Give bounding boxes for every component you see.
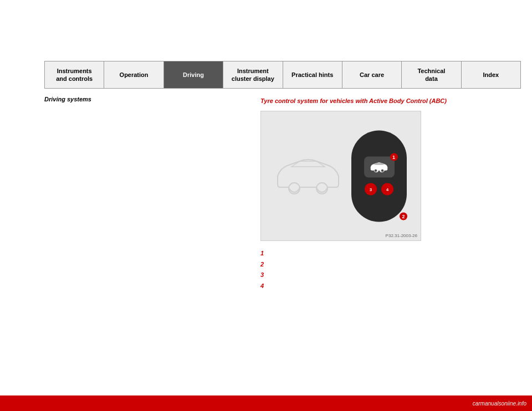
- fob-middle-row: 3 4 2: [365, 183, 393, 196]
- list-num-4: 4: [260, 282, 268, 290]
- fob-top-button: 1: [364, 157, 395, 178]
- watermark-text: carmanualsoniine.info: [473, 400, 526, 407]
- list-num-2: 2: [260, 260, 268, 269]
- navigation-bar: Instrumentsand controls Operation Drivin…: [44, 61, 521, 89]
- numbered-list: 1 2 3 4: [260, 249, 471, 290]
- list-text-1: [268, 249, 270, 257]
- list-text-3: [268, 271, 270, 279]
- main-content: Tyre control system for vehicles with Ac…: [44, 97, 521, 378]
- button-4-label: 4: [386, 187, 388, 192]
- list-item-1: 1: [260, 249, 471, 258]
- list-num-1: 1: [260, 249, 268, 258]
- fob-button-3: 3: [365, 183, 377, 196]
- badge-1: 1: [390, 153, 398, 161]
- nav-operation[interactable]: Operation: [104, 61, 163, 88]
- list-item-3: 3: [260, 271, 471, 279]
- nav-car-care[interactable]: Car care: [342, 61, 402, 88]
- list-text-2: [268, 260, 270, 268]
- list-text-4: [268, 282, 270, 290]
- right-col-title: Tyre control system for vehicles with Ac…: [260, 97, 471, 105]
- nav-instruments[interactable]: Instrumentsand controls: [45, 61, 104, 88]
- svg-point-2: [375, 169, 377, 172]
- list-item-2: 2: [260, 260, 471, 269]
- nav-index[interactable]: Index: [462, 61, 520, 88]
- bottom-bar: carmanualsoniine.info: [0, 395, 532, 411]
- left-column: [44, 108, 249, 111]
- nav-driving[interactable]: Driving: [164, 61, 223, 88]
- badge-2: 2: [400, 213, 407, 220]
- list-num-3: 3: [260, 271, 268, 279]
- car-ghost-icon: [272, 151, 344, 201]
- button-3-label: 3: [370, 187, 372, 192]
- image-reference-label: P32.31-2003-26: [386, 233, 417, 238]
- nav-technical-data[interactable]: Technicaldata: [402, 61, 461, 88]
- fob-button-4: 4: [381, 183, 393, 196]
- svg-point-3: [381, 169, 384, 172]
- right-column: Tyre control system for vehicles with Ac…: [260, 97, 471, 292]
- key-fob-diagram: 1 3 4 2 P32.31-2003-26: [260, 111, 421, 241]
- nav-instrument-cluster[interactable]: Instrumentcluster display: [223, 61, 283, 88]
- key-fob-body: 1 3 4 2: [351, 130, 407, 222]
- list-item-4: 4: [260, 282, 471, 290]
- nav-practical-hints[interactable]: Practical hints: [283, 61, 342, 88]
